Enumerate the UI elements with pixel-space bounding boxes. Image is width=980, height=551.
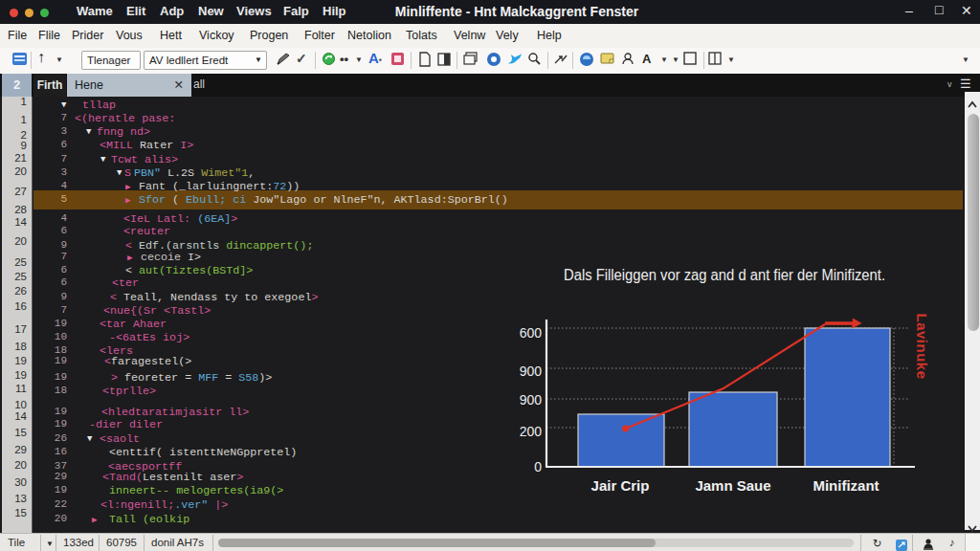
svg-text:0: 0 [534,459,542,474]
svg-text:900: 900 [520,392,543,408]
svg-text:900: 900 [520,364,543,379]
svg-text:Jamn Saue: Jamn Saue [695,477,770,494]
svg-text:600: 600 [520,325,543,341]
svg-text:Dals Filleiggen vor zag and d: Dals Filleiggen vor zag and d ant fier d… [564,267,885,283]
svg-text:Jair Crip: Jair Crip [591,477,650,494]
svg-text:Minifizant: Minifizant [813,477,879,494]
svg-text:200: 200 [520,424,543,439]
svg-text:Lavinuke: Lavinuke [914,313,930,379]
